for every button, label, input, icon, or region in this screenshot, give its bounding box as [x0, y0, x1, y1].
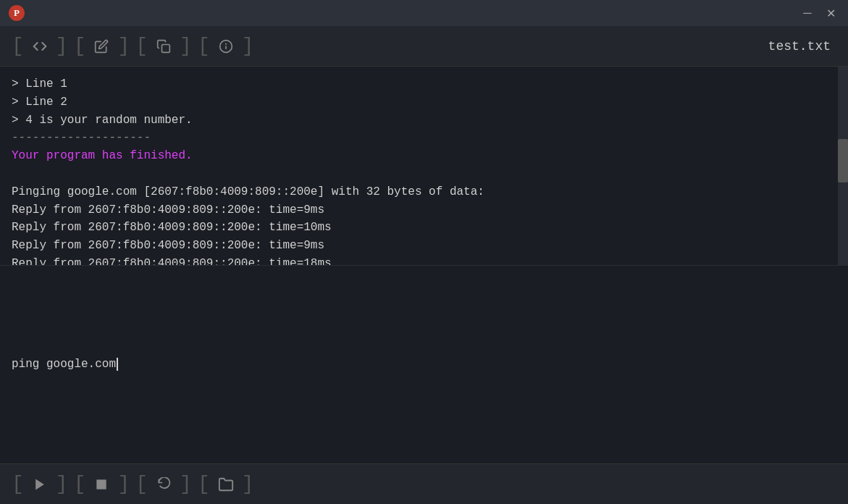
input-area: ping google.com: [0, 265, 848, 464]
bottom-group-4: [ ]: [198, 471, 254, 497]
bottom-group-2: [ ]: [74, 471, 130, 497]
top-toolbar: [ ] [ ] [ ] [: [0, 26, 848, 67]
play-button[interactable]: [27, 471, 53, 497]
replay-button[interactable]: [151, 471, 177, 497]
pencil-icon: [94, 39, 109, 54]
stop-button[interactable]: [88, 471, 114, 497]
toolbar-group-3: [ ]: [135, 33, 192, 59]
terminal-line: Reply from 2607:f8b0:4009:809::200e: tim…: [12, 201, 826, 219]
title-bar-left: P: [9, 5, 25, 21]
scrollbar[interactable]: [838, 67, 848, 265]
copy-button[interactable]: [151, 33, 177, 59]
stop-icon: [94, 477, 109, 492]
info-button[interactable]: [213, 33, 239, 59]
terminal-line: > Line 1: [12, 75, 826, 93]
scrollbar-thumb[interactable]: [838, 139, 848, 182]
app-logo: P: [9, 5, 25, 21]
bracket-open-1: [: [12, 36, 24, 56]
bottom-toolbar: [ ] [ ] [ ] [: [0, 463, 848, 504]
bottom-bracket-open-1: [: [12, 474, 24, 495]
input-text: ping google.com: [12, 358, 116, 371]
toolbar-group-2: [ ]: [74, 33, 130, 59]
main-area: > Line 1> Line 2> 4 is your random numbe…: [0, 67, 848, 265]
folder-button[interactable]: [213, 471, 239, 497]
bottom-bracket-close-3: ]: [180, 474, 192, 495]
terminal-output: > Line 1> Line 2> 4 is your random numbe…: [0, 67, 838, 265]
terminal-line: > Line 2: [12, 93, 826, 112]
toolbar-group-1: [ ]: [12, 33, 68, 59]
bottom-bracket-open-3: [: [135, 474, 148, 495]
bracket-open-3: [: [135, 36, 148, 56]
terminal-line: Pinging google.com [2607:f8b0:4009:809::…: [12, 183, 826, 201]
toolbar-group-4: [ ]: [198, 33, 254, 59]
bracket-close-2: ]: [117, 36, 130, 56]
edit-button[interactable]: [88, 33, 114, 59]
svg-rect-6: [97, 479, 106, 489]
bottom-bracket-close-1: ]: [56, 474, 68, 495]
terminal-line: Reply from 2607:f8b0:4009:809::200e: tim…: [12, 219, 826, 237]
bracket-close-4: ]: [242, 36, 254, 56]
terminal-line: Reply from 2607:f8b0:4009:809::200e: tim…: [12, 237, 826, 255]
code-icon: [33, 39, 47, 54]
terminal-line: --------------------: [12, 129, 826, 147]
terminal-line: Your program has finished.: [12, 147, 826, 165]
bottom-group-3: [ ]: [135, 471, 192, 497]
bracket-open-4: [: [198, 36, 210, 56]
bracket-close-3: ]: [180, 36, 192, 56]
bottom-group-1: [ ]: [12, 471, 68, 497]
bottom-bracket-close-2: ]: [117, 474, 130, 495]
info-icon: [219, 39, 233, 54]
terminal-line: Reply from 2607:f8b0:4009:809::200e: tim…: [12, 255, 826, 265]
replay-icon: [156, 477, 171, 492]
bottom-bracket-open-4: [: [198, 474, 210, 495]
svg-point-4: [225, 43, 226, 44]
minimize-button[interactable]: ─: [799, 4, 816, 22]
svg-marker-5: [35, 479, 44, 490]
svg-rect-0: [162, 44, 170, 52]
title-bar: P ─ ✕: [0, 0, 848, 26]
bottom-bracket-open-2: [: [74, 474, 86, 495]
toolbar-filename: test.txt: [768, 39, 831, 54]
title-bar-controls: ─ ✕: [799, 4, 839, 22]
folder-icon: [218, 476, 234, 492]
terminal-line: [12, 165, 826, 183]
play-icon: [33, 477, 47, 492]
text-cursor: [117, 358, 118, 371]
close-button[interactable]: ✕: [822, 4, 839, 22]
terminal-line: > 4 is your random number.: [12, 112, 826, 130]
copy-icon: [156, 39, 171, 54]
code-view-button[interactable]: [27, 33, 53, 59]
bracket-open-2: [: [74, 36, 86, 56]
bottom-bracket-close-4: ]: [242, 474, 254, 495]
bracket-close-1: ]: [56, 36, 68, 56]
